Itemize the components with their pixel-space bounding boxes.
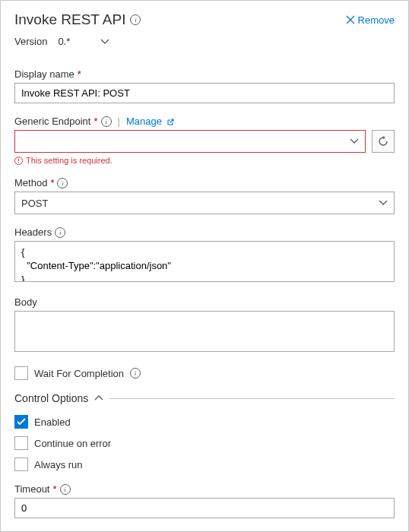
manage-label: Manage bbox=[126, 116, 162, 127]
info-icon[interactable]: i bbox=[130, 368, 141, 378]
error-icon bbox=[14, 157, 23, 165]
chevron-down-icon bbox=[350, 138, 359, 144]
remove-label: Remove bbox=[358, 14, 395, 26]
method-select[interactable]: POST bbox=[14, 192, 395, 214]
enabled-label: Enabled bbox=[34, 416, 71, 428]
required-mark: * bbox=[94, 116, 97, 127]
chevron-up-icon bbox=[94, 395, 103, 401]
error-text: This setting is required. bbox=[26, 156, 113, 165]
enabled-row: Enabled bbox=[14, 415, 395, 429]
header-row: Invoke REST API i Remove bbox=[14, 11, 395, 28]
separator: | bbox=[118, 116, 120, 127]
endpoint-error: This setting is required. bbox=[14, 156, 395, 165]
version-select[interactable]: 0.* bbox=[55, 34, 113, 49]
version-value: 0.* bbox=[58, 36, 70, 47]
display-name-label: Display name bbox=[14, 68, 75, 80]
panel-title: Invoke REST API i bbox=[14, 11, 141, 28]
wait-label: Wait For Completion bbox=[34, 368, 124, 379]
control-options-header[interactable]: Control Options bbox=[14, 392, 395, 404]
close-icon bbox=[346, 15, 355, 24]
required-mark: * bbox=[50, 177, 54, 188]
wait-row: Wait For Completion i bbox=[14, 366, 395, 380]
manage-link[interactable]: Manage bbox=[126, 116, 174, 127]
refresh-button[interactable] bbox=[372, 130, 395, 153]
headers-input[interactable] bbox=[14, 241, 395, 282]
version-row: Version 0.* bbox=[14, 34, 395, 49]
task-panel: Invoke REST API i Remove Version 0.* Dis… bbox=[0, 0, 409, 532]
refresh-icon bbox=[377, 135, 389, 147]
control-options-title: Control Options bbox=[14, 392, 88, 404]
info-icon[interactable]: i bbox=[130, 14, 141, 25]
remove-button[interactable]: Remove bbox=[346, 14, 395, 26]
info-icon[interactable]: i bbox=[57, 178, 68, 188]
version-label: Version bbox=[14, 36, 47, 47]
chevron-down-icon bbox=[100, 39, 109, 45]
always-checkbox[interactable] bbox=[14, 458, 28, 471]
body-label: Body bbox=[14, 296, 37, 308]
timeout-field: Timeout * i bbox=[14, 483, 395, 518]
body-field: Body bbox=[14, 296, 395, 354]
svg-point-2 bbox=[18, 162, 19, 163]
method-field: Method * i POST bbox=[14, 177, 395, 214]
endpoint-select[interactable] bbox=[14, 130, 366, 153]
always-row: Always run bbox=[14, 458, 395, 471]
info-icon[interactable]: i bbox=[55, 227, 65, 238]
endpoint-field: Generic Endpoint * i | Manage This setti… bbox=[14, 116, 395, 165]
title-text: Invoke REST API bbox=[14, 11, 125, 28]
enabled-checkbox[interactable] bbox=[14, 415, 28, 429]
headers-label: Headers bbox=[14, 226, 52, 238]
method-label: Method bbox=[14, 177, 47, 188]
required-mark: * bbox=[78, 68, 81, 80]
wait-checkbox[interactable] bbox=[14, 366, 28, 380]
divider bbox=[109, 398, 395, 399]
continue-checkbox[interactable] bbox=[14, 436, 28, 450]
check-icon bbox=[17, 418, 26, 426]
external-link-icon bbox=[166, 119, 174, 126]
display-name-field: Display name * bbox=[14, 68, 395, 103]
continue-row: Continue on error bbox=[14, 436, 395, 450]
headers-field: Headers i bbox=[14, 226, 395, 284]
method-value: POST bbox=[21, 198, 48, 209]
continue-label: Continue on error bbox=[34, 438, 111, 449]
info-icon[interactable]: i bbox=[60, 484, 71, 495]
body-input[interactable] bbox=[14, 311, 395, 352]
timeout-input[interactable] bbox=[14, 498, 395, 518]
timeout-label: Timeout bbox=[14, 483, 49, 495]
chevron-down-icon bbox=[379, 200, 388, 206]
required-mark: * bbox=[52, 483, 56, 495]
display-name-input[interactable] bbox=[14, 83, 395, 103]
endpoint-label: Generic Endpoint bbox=[14, 116, 90, 127]
always-label: Always run bbox=[34, 459, 83, 470]
info-icon[interactable]: i bbox=[101, 116, 112, 127]
